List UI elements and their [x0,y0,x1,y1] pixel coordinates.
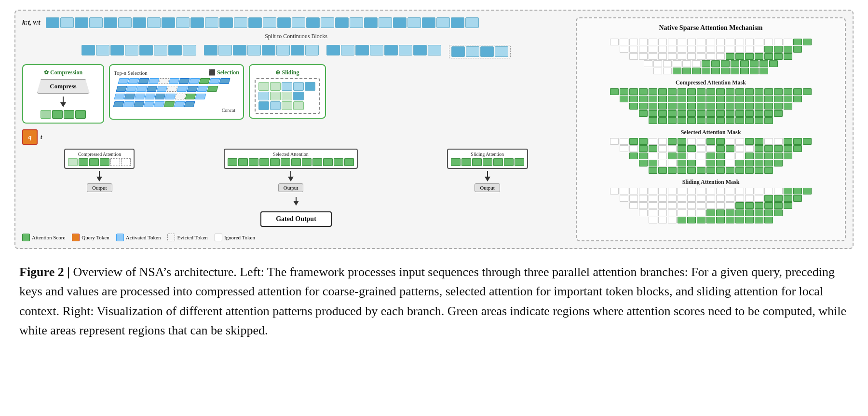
arrow-compressed [96,171,102,181]
right-panel: Native Sparse Attention Mechanism [576,17,846,241]
query-token-row: q t [22,129,42,145]
legend-activated-token: Activated Token [116,234,161,241]
compressed-attn-tokens [68,158,131,166]
compressed-mask-section: Compressed Attention Mask [583,79,839,124]
selected-attn-tokens [228,158,354,166]
split-groups [22,45,570,58]
split-label: Split to Continuous Blocks [22,33,570,40]
selected-mask-label: Selected Attention Mask [583,129,839,136]
sli-row-3 [583,202,839,209]
selected-attn-column: Selected Attention Output [224,149,358,192]
sli-row-2 [583,195,839,202]
comp-row-1 [583,88,839,95]
sliding-row-2 [258,92,316,100]
gated-arrow-container [22,197,570,206]
caption-bold: Figure 2 | [19,265,70,279]
caption-text: Overview of NSA’s architecture. Left: Th… [19,265,846,337]
native-row-1 [583,39,839,45]
sel-row-4 [583,160,839,166]
compression-branch: ✿ Compression Compress [22,64,104,145]
legend-attention-score: Attention Score [22,234,65,241]
branches-row: ✿ Compression Compress [22,64,570,145]
arrow-selected [288,171,294,181]
top-n-label: Top-n Selection [114,70,148,76]
sliding-attn-title: Sliding Attention [451,152,524,157]
native-sparse-section [583,39,839,74]
legend-evicted-swatch [167,234,175,241]
split-group-2 [204,45,319,55]
sliding-attn-tokens [451,158,524,166]
legend-activated-swatch [116,234,124,241]
native-row-3 [583,53,839,60]
split-group-3 [326,45,441,55]
legend-evicted-token: Evicted Token [167,234,207,241]
selection-label: ⬛ Selection [208,69,239,76]
legend-attention-swatch [22,234,30,241]
native-row-2 [583,46,839,53]
arrow-gated [293,197,299,206]
sliding-mask-section: Sliding Attention Mask [583,179,839,223]
split-group-1 [81,45,196,55]
kv-label: k:t, v:t [22,19,40,27]
selected-attn-box: Selected Attention [224,149,358,169]
left-panel: k:t, v:t Split to Continuous Blocks [22,17,570,241]
selection-branch: Top-n Selection ⬛ Selection [109,64,244,120]
sel-row-2 [583,145,839,152]
figure-caption: Figure 2 | Overview of NSA’s architectur… [14,263,854,340]
arrow-compress [60,97,66,107]
compressed-attn-box: Compressed Attention [64,149,135,169]
sel-row-1 [583,138,839,145]
native-mask-grid [583,39,839,74]
compressed-output: Output [87,183,112,192]
full-token-row [46,17,479,28]
comp-row-5 [583,117,839,124]
sliding-label: ⊕ Sliding [255,69,320,76]
legend-query-label: Query Token [81,235,109,240]
sliding-mask-label: Sliding Attention Mask [583,179,839,186]
comp-row-4 [583,110,839,117]
sliding-branch: ⊕ Sliding [249,64,326,119]
selected-attn-title: Selected Attention [228,152,354,157]
sliding-row-3 [258,101,316,110]
sli-row-5 [583,217,839,223]
gated-output-box: Gated Output [260,211,332,227]
comp-row-3 [583,103,839,110]
sel-row-3 [583,153,839,159]
compress-text: Compress [50,83,76,90]
selection-3d: Concat [114,78,239,113]
sliding-output: Output [475,183,500,192]
compress-box: Compress [37,79,90,94]
compressed-mask-grid [583,88,839,124]
compression-box: ✿ Compression Compress [22,64,104,124]
legend-row: Attention Score Query Token Activated To… [22,234,570,241]
persp-row-1 [118,78,230,84]
right-title: Native Sparse Attention Mechanism [583,24,839,32]
token-sequence-row: k:t, v:t [22,17,570,28]
diagram-container: k:t, v:t Split to Continuous Blocks [14,10,854,249]
comp-row-2 [583,96,839,102]
compressed-tokens [41,110,86,119]
concat-label: Concat [222,108,235,113]
sliding-mask-grid [583,188,839,223]
sel-row-5 [583,167,839,174]
selected-output: Output [278,183,304,192]
selected-mask-section: Selected Attention Mask [583,129,839,174]
native-row-5 [583,68,839,74]
legend-query-token: Query Token [72,234,109,241]
sliding-window-box [255,78,320,114]
sliding-rows [258,82,316,110]
query-label: q [28,133,32,141]
selected-mask-grid [583,138,839,174]
arrow-sliding [485,171,490,181]
sli-row-1 [583,188,839,194]
sliding-row-1 [258,82,316,91]
attention-outputs: Compressed Attention Output [22,149,570,192]
persp-row-3 [114,94,206,99]
legend-ignored-token: Ignored Token [215,234,255,241]
persp-row-2 [116,86,218,92]
legend-attention-label: Attention Score [32,235,65,240]
persp-row-4 [113,101,195,107]
sliding-attn-box: Sliding Attention [447,149,528,169]
query-subscript: t [41,134,42,141]
sli-row-4 [583,209,839,216]
